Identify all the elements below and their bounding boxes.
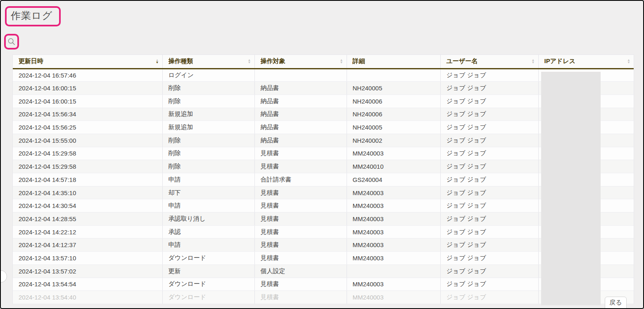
cell-user: ジョブ ジョブ	[440, 278, 538, 291]
cell-operation: ダウンロード	[162, 252, 254, 265]
cell-detail: MM240003	[347, 147, 440, 160]
cell-datetime: 2024-12-04 14:28:55	[13, 212, 162, 226]
cell-target: 見積書	[254, 278, 347, 291]
table-row: 2024-12-04 14:57:18申請合計請求書GS240004ジョブ ジョ…	[13, 173, 634, 186]
search-icon	[7, 37, 16, 46]
cell-operation: 更新	[162, 264, 254, 278]
cell-detail: MM240003	[347, 225, 440, 238]
cell-operation: 新規追加	[162, 108, 254, 121]
table-row: 2024-12-04 16:57:46ログインジョブ ジョブ	[13, 68, 634, 82]
table-row: 2024-12-04 15:29:58削除見積書MM240003ジョブ ジョブ	[13, 147, 634, 160]
cell-datetime: 2024-12-04 13:57:02	[13, 264, 162, 278]
cell-datetime: 2024-12-04 15:29:58	[13, 147, 162, 160]
cell-target: 見積書	[254, 225, 347, 238]
cell-datetime: 2024-12-04 13:54:54	[13, 278, 162, 291]
cell-datetime: 2024-12-04 14:57:18	[13, 173, 162, 186]
cell-detail: NH240005	[347, 82, 440, 95]
table-row: 2024-12-04 14:30:54申請見積書MM240003ジョブ ジョブ	[13, 199, 634, 212]
cell-detail: NH240002	[347, 134, 440, 147]
cell-datetime: 2024-12-04 16:00:15	[13, 82, 162, 95]
cell-target: 見積書	[254, 238, 347, 252]
cell-operation: 削除	[162, 147, 254, 160]
cell-target: 納品書	[254, 82, 347, 95]
column-header-user[interactable]: ユーザー名▲▼	[440, 55, 538, 68]
column-label: 更新日時	[19, 57, 43, 65]
column-header-ip[interactable]: IPアドレス▲▼	[538, 55, 634, 68]
cell-user: ジョブ ジョブ	[440, 173, 538, 186]
column-header-target[interactable]: 操作対象▲▼	[254, 55, 347, 68]
cell-user: ジョブ ジョブ	[440, 108, 538, 121]
table-row: 2024-12-04 14:12:37申請見積書MM240003ジョブ ジョブ	[13, 238, 634, 252]
cell-target: 納品書	[254, 94, 347, 108]
search-button[interactable]	[7, 37, 16, 46]
table-row: 2024-12-04 15:56:34新規追加納品書NH240006ジョブ ジョ…	[13, 108, 634, 121]
table-row: 2024-12-04 13:57:10ダウンロード見積書MM240003ジョブ …	[13, 252, 634, 265]
cell-detail: GS240004	[347, 173, 440, 186]
highlight-box-title: 作業ログ	[5, 6, 61, 26]
log-table-header-row: 更新日時▲▼操作種類▲▼操作対象▲▼詳細ユーザー名▲▼IPアドレス▲▼	[13, 55, 634, 68]
cell-operation: 削除	[162, 82, 254, 95]
cell-target: 納品書	[254, 134, 347, 147]
cell-user: ジョブ ジョブ	[440, 82, 538, 95]
column-header-operation[interactable]: 操作種類▲▼	[162, 55, 254, 68]
cell-operation: 削除	[162, 94, 254, 108]
cell-datetime: 2024-12-04 15:29:58	[13, 160, 162, 173]
cell-user: ジョブ ジョブ	[440, 212, 538, 226]
table-row: 2024-12-04 14:35:10却下見積書MM240003ジョブ ジョブ	[13, 186, 634, 199]
page-title: 作業ログ	[11, 9, 52, 22]
cell-datetime: 2024-12-04 13:54:40	[13, 291, 162, 304]
cell-detail	[347, 264, 440, 278]
drawer-handle[interactable]	[0, 270, 7, 283]
column-header-datetime[interactable]: 更新日時▲▼	[13, 55, 162, 68]
cell-datetime: 2024-12-04 15:56:34	[13, 108, 162, 121]
cell-user: ジョブ ジョブ	[440, 199, 538, 212]
column-label: 詳細	[353, 57, 365, 65]
back-button[interactable]: 戻る	[605, 297, 627, 309]
sort-icon[interactable]: ▲▼	[340, 59, 343, 64]
cell-target: 見積書	[254, 199, 347, 212]
table-row: 2024-12-04 15:29:58削除見積書MM240010ジョブ ジョブ	[13, 160, 634, 173]
sort-icon[interactable]: ▲▼	[627, 59, 630, 64]
table-row: 2024-12-04 13:57:02更新個人設定ジョブ ジョブ	[13, 264, 634, 278]
cell-user: ジョブ ジョブ	[440, 264, 538, 278]
cell-datetime: 2024-12-04 14:12:37	[13, 238, 162, 252]
cell-datetime: 2024-12-04 16:00:15	[13, 94, 162, 108]
sort-icon[interactable]: ▲▼	[156, 59, 159, 64]
table-row: 2024-12-04 15:55:00削除納品書NH240002ジョブ ジョブ	[13, 134, 634, 147]
table-row: 2024-12-04 15:56:25新規追加納品書NH240005ジョブ ジョ…	[13, 121, 634, 134]
work-log-page: 作業ログ 更新日時▲▼操作種類▲▼操作対象▲▼詳細ユーザー名▲▼IPアドレス▲▼…	[0, 0, 644, 309]
cell-detail: MM240003	[347, 252, 440, 265]
table-row: 2024-12-04 13:54:40ダウンロード見積書MM240003ジョブ …	[13, 291, 634, 304]
cell-target	[254, 68, 347, 82]
column-label: IPアドレス	[544, 57, 576, 65]
cell-user: ジョブ ジョブ	[440, 252, 538, 265]
cell-detail: MM240003	[347, 291, 440, 304]
column-label: 操作対象	[261, 57, 285, 65]
cell-datetime: 2024-12-04 14:22:12	[13, 225, 162, 238]
cell-target: 見積書	[254, 212, 347, 226]
cell-operation: ダウンロード	[162, 278, 254, 291]
cell-target: 見積書	[254, 252, 347, 265]
cell-datetime: 2024-12-04 13:57:10	[13, 252, 162, 265]
column-label: ユーザー名	[447, 57, 478, 65]
cell-detail: NH240005	[347, 121, 440, 134]
cell-datetime: 2024-12-04 15:55:00	[13, 134, 162, 147]
column-label: 操作種類	[169, 57, 193, 65]
cell-detail: MM240010	[347, 160, 440, 173]
sort-icon[interactable]: ▲▼	[248, 59, 251, 64]
cell-operation: 削除	[162, 160, 254, 173]
sort-icon[interactable]: ▲▼	[532, 59, 535, 64]
cell-operation: 申請	[162, 199, 254, 212]
cell-detail: MM240003	[347, 278, 440, 291]
cell-detail: MM240003	[347, 186, 440, 199]
cell-operation: 申請	[162, 238, 254, 252]
cell-user: ジョブ ジョブ	[440, 225, 538, 238]
cell-operation: 承認取り消し	[162, 212, 254, 226]
cell-user: ジョブ ジョブ	[440, 121, 538, 134]
cell-user: ジョブ ジョブ	[440, 147, 538, 160]
cell-detail	[347, 68, 440, 82]
cell-user: ジョブ ジョブ	[440, 186, 538, 199]
cell-detail: MM240003	[347, 238, 440, 252]
cell-operation: 新規追加	[162, 121, 254, 134]
cell-target: 個人設定	[254, 264, 347, 278]
